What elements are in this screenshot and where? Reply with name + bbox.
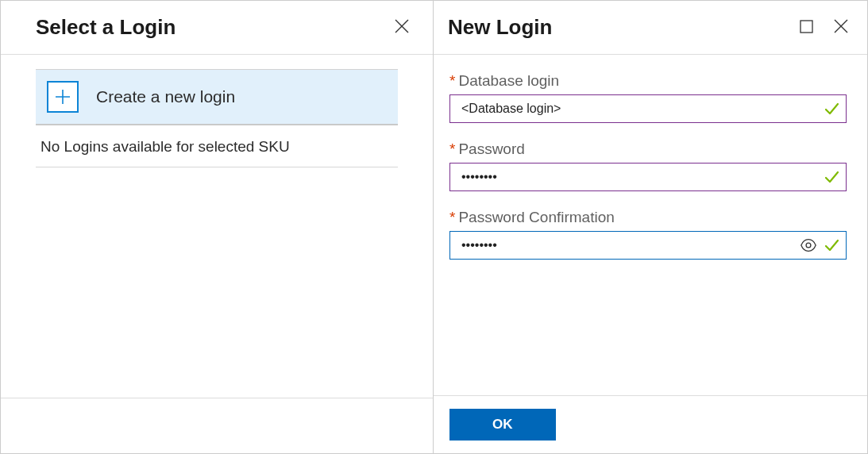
password-input[interactable]: [461, 164, 817, 190]
svg-rect-0: [800, 21, 812, 33]
required-asterisk: *: [449, 140, 455, 157]
check-icon: [824, 237, 839, 253]
create-new-login-row[interactable]: Create a new login: [36, 69, 398, 125]
password-confirmation-input[interactable]: [461, 232, 793, 259]
close-select-login-button[interactable]: [393, 17, 411, 37]
required-asterisk: *: [449, 72, 455, 89]
maximize-icon: [800, 20, 813, 36]
eye-icon[interactable]: [800, 237, 817, 254]
create-new-login-label: Create a new login: [96, 87, 235, 106]
select-login-title: Select a Login: [36, 15, 176, 40]
check-icon: [824, 169, 839, 185]
ok-button[interactable]: OK: [449, 409, 556, 441]
database-login-label: *Database login: [449, 72, 847, 90]
database-login-input[interactable]: [461, 95, 817, 122]
close-icon: [834, 19, 848, 36]
new-login-title: New Login: [448, 15, 552, 40]
close-icon: [395, 19, 409, 36]
maximize-button[interactable]: [798, 18, 815, 37]
no-logins-message: No Logins available for selected SKU: [36, 125, 398, 167]
plus-icon: [47, 81, 79, 113]
check-icon: [824, 101, 839, 117]
required-asterisk: *: [449, 209, 455, 225]
svg-point-1: [806, 243, 811, 248]
password-label: *Password: [449, 140, 847, 158]
password-confirmation-label: *Password Confirmation: [449, 209, 847, 226]
close-new-login-button[interactable]: [832, 17, 850, 37]
